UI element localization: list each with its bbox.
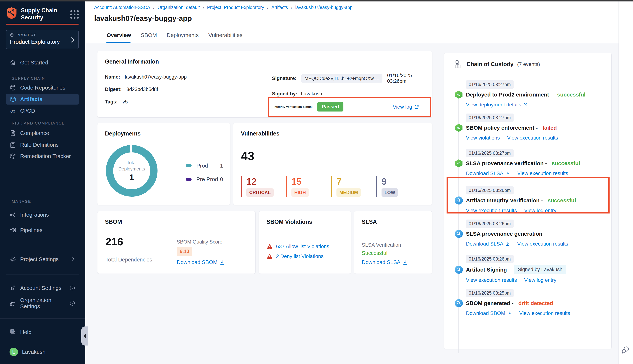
view-execution-results-link[interactable]: View execution results	[517, 241, 568, 247]
name-label: Name:	[105, 74, 120, 80]
link-label: Download SBOM	[466, 310, 505, 316]
event-status: drift detected	[518, 300, 553, 306]
signature-timestamp: 01/16/2025 03:26pm	[387, 73, 424, 84]
view-execution-results-link[interactable]: View execution results	[519, 310, 570, 316]
severity-high: 15 HIGH	[286, 176, 331, 198]
tab-vulnerabilities[interactable]: Vulnerabilities	[208, 32, 243, 38]
sidebar-item-get-started[interactable]: Get Started	[6, 57, 79, 68]
view-execution-results-link[interactable]: View execution results	[517, 170, 568, 176]
info-icon[interactable]	[70, 285, 75, 291]
sidebar-item-pipelines[interactable]: Pipelines	[6, 225, 79, 236]
tab-overview[interactable]: Overview	[106, 32, 131, 38]
module-grid-icon[interactable]	[70, 10, 80, 20]
svg-text:∞: ∞	[457, 92, 461, 97]
event-timestamp: 01/16/2025 03:26pm	[466, 255, 514, 263]
view-execution-results-link[interactable]: View execution results	[466, 277, 517, 283]
breadcrumb-account[interactable]: Account: Automation-SSCA	[94, 5, 150, 10]
sidebar-item-label: Integrations	[20, 212, 49, 218]
link-label: Download SLSA	[466, 170, 503, 176]
legend-label: Prod	[196, 162, 208, 169]
severity-count: 9	[382, 177, 421, 186]
vulnerabilities-card: Vulnerabilities 43 12 CRITICAL 15 HIGH 7…	[233, 123, 432, 205]
link-label: View execution results	[466, 277, 517, 283]
sidebar-item-compliance[interactable]: Compliance	[6, 128, 79, 138]
home-icon	[10, 59, 16, 66]
sidebar-item-help[interactable]: ? Help	[6, 327, 79, 338]
sidebar-item-integrations[interactable]: Integrations	[6, 210, 79, 220]
download-slsa-link[interactable]: Download SLSA	[466, 241, 510, 247]
ssca-circle-icon	[454, 266, 463, 274]
event-artifact-integrity-verification: 01/16/2025 03:26pm Artifact Integrity Ve…	[454, 186, 606, 214]
sidebar-item-cicd[interactable]: ∞ CI/CD	[6, 106, 79, 116]
project-selector[interactable]: PROJECT Product Exploratory	[6, 30, 79, 49]
event-title: SLSA provenance generation	[466, 231, 542, 237]
view-violations-link[interactable]: View violations	[466, 135, 500, 141]
download-icon	[402, 260, 408, 265]
project-name: Product Exploratory	[10, 39, 75, 45]
deny-list-violations-link[interactable]: 2 Deny list Violations	[276, 254, 324, 259]
code-repo-icon	[10, 84, 16, 91]
card-title: SBOM Violations	[266, 218, 312, 225]
allow-list-violations-link[interactable]: 637 Allow list Violations	[276, 244, 329, 250]
sidebar-item-label: Remediation Tracker	[20, 153, 71, 159]
sbom-quality-score-label: SBOM Quality Score	[177, 239, 222, 245]
download-sbom-link[interactable]: Download SBOM	[466, 310, 512, 316]
brand-accent-line	[6, 24, 79, 24]
cd-hexagon-icon: ∞	[454, 124, 463, 132]
sidebar-item-label: Account Settings	[20, 285, 61, 291]
donut-total-value: 1	[130, 173, 134, 182]
deployments-card: Deployments Total Deployments 1 Prod 1 P…	[97, 123, 230, 205]
deployments-legend: Prod 1 Pre Prod 0	[186, 162, 223, 190]
section-label-manage: MANAGE	[12, 199, 31, 204]
severity-low: 9 LOW	[376, 176, 421, 198]
sidebar-item-project-settings[interactable]: Project Settings	[6, 254, 79, 264]
card-title: Vulnerabilities	[241, 130, 280, 137]
view-execution-results-link[interactable]: View execution results	[466, 208, 517, 214]
sidebar-item-organization-settings[interactable]: Organization Settings	[6, 298, 79, 308]
sidebar-item-remediation-tracker[interactable]: Remediation Tracker	[6, 151, 79, 162]
breadcrumb-organization[interactable]: Organization: default	[158, 5, 200, 10]
view-log-link[interactable]: View log	[393, 104, 419, 110]
view-log-entry-link[interactable]: View log entry	[524, 277, 556, 283]
tab-sbom[interactable]: SBOM	[140, 32, 157, 38]
event-timestamp: 01/16/2025 03:25pm	[466, 289, 514, 297]
sidebar-item-rule-definitions[interactable]: Rule Definitions	[6, 140, 79, 150]
sidebar-item-label: Pipelines	[20, 227, 42, 233]
tab-deployments[interactable]: Deployments	[166, 32, 199, 38]
breadcrumb-project[interactable]: Project: Product Exploratory	[207, 5, 264, 10]
gear-icon	[10, 256, 16, 262]
project-eyebrow-label: PROJECT	[16, 33, 36, 37]
sidebar-item-code-repositories[interactable]: Code Repositories	[6, 82, 79, 93]
event-status: successful	[557, 92, 586, 98]
signature-value-badge: MEQCICde2VjIT...bL+2+mqnOXw==	[301, 74, 382, 82]
sidebar-item-account-settings[interactable]: Account Settings	[6, 283, 79, 293]
digest-label: Digest:	[105, 86, 122, 92]
download-slsa-link[interactable]: Download SLSA	[362, 259, 408, 265]
breadcrumb-separator: ›	[267, 5, 268, 10]
view-log-entry-link[interactable]: View log entry	[524, 208, 556, 214]
section-label-supply-chain: SUPPLY CHAIN	[12, 76, 45, 80]
support-chat-icon[interactable]	[621, 345, 630, 354]
link-label: Download SLSA	[466, 241, 503, 247]
severity-count: 12	[246, 177, 286, 186]
download-slsa-link[interactable]: Download SLSA	[466, 170, 510, 176]
breadcrumb-current[interactable]: lavakush07/easy-buggy-app	[295, 5, 352, 10]
info-icon[interactable]	[70, 300, 75, 306]
severity-count: 15	[292, 177, 331, 186]
breadcrumb-artifacts[interactable]: Artifacts	[272, 5, 288, 10]
event-timestamp: 01/16/2025 03:27pm	[466, 149, 514, 157]
severity-label-badge: CRITICAL	[246, 188, 274, 197]
download-sbom-link[interactable]: Download SBOM	[177, 259, 225, 265]
sidebar-user[interactable]: L Lavakush	[6, 346, 79, 357]
view-execution-results-link[interactable]: View execution results	[507, 135, 558, 141]
chain-of-custody-icon	[454, 60, 463, 68]
view-deployment-details-link[interactable]: View deployment details	[466, 102, 528, 108]
event-sbom-policy-enforcement: 01/16/2025 03:27pm ∞ SBOM policy enforce…	[454, 114, 606, 141]
sidebar-collapse-handle[interactable]	[81, 326, 88, 346]
link-label: View execution results	[507, 135, 558, 141]
app-title: Supply Chain Security	[21, 7, 63, 21]
sbom-total-label: Total Dependencies	[106, 257, 152, 263]
help-chat-icon: ?	[10, 329, 16, 336]
sidebar-item-artifacts[interactable]: Artifacts	[6, 94, 79, 104]
link-label: View log entry	[524, 208, 556, 214]
